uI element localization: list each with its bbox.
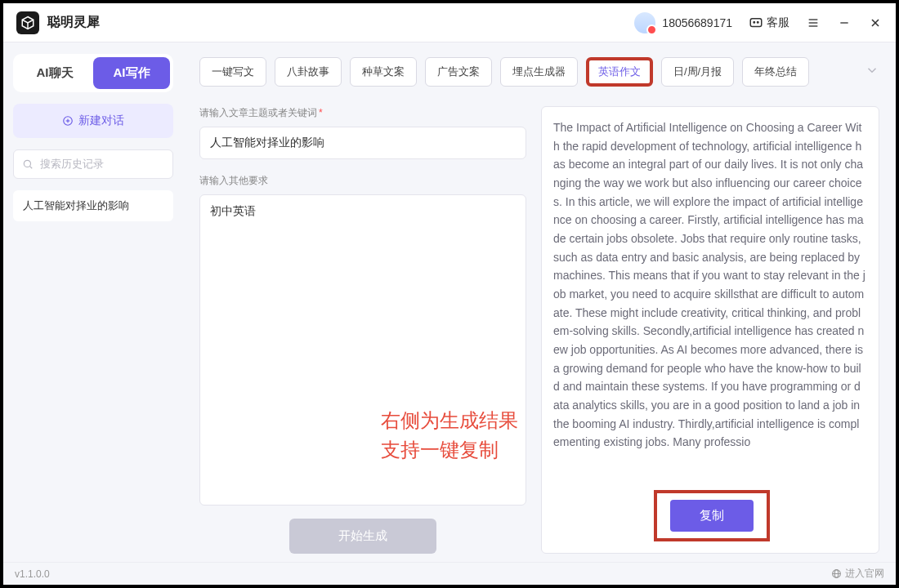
category-expand-button[interactable]	[865, 63, 879, 81]
app-name: 聪明灵犀	[47, 14, 100, 31]
support-label: 客服	[767, 16, 789, 30]
input-column: 请输入文章主题或者关键词* 请输入其他要求 右侧为生成结果 支持一键复制 开始生…	[199, 106, 526, 554]
tab-ai-write[interactable]: AI写作	[93, 57, 170, 89]
new-chat-label: 新建对话	[78, 114, 124, 128]
avatar-icon	[634, 12, 655, 33]
copy-button[interactable]: 复制	[670, 500, 754, 532]
svg-point-4	[758, 21, 759, 23]
copy-highlight: 复制	[654, 490, 770, 541]
mode-tabs: AI聊天 AI写作	[13, 54, 173, 92]
close-button[interactable]	[868, 16, 883, 30]
support-button[interactable]: 客服	[749, 16, 789, 30]
svg-point-14	[24, 160, 30, 167]
category-event-gen[interactable]: 埋点生成器	[500, 57, 578, 87]
result-text[interactable]: The Impact of Artificial Intelligence on…	[553, 118, 870, 479]
svg-line-15	[29, 166, 32, 168]
category-row: 一键写文 八卦故事 种草文案 广告文案 埋点生成器 英语作文 日/周/月报 年终…	[199, 57, 879, 87]
title-bar: 聪明灵犀 18056689171 客服	[3, 3, 896, 42]
category-english-essay[interactable]: 英语作文	[586, 57, 653, 87]
svg-point-3	[754, 21, 755, 23]
generate-button[interactable]: 开始生成	[289, 519, 436, 554]
tab-ai-chat[interactable]: AI聊天	[16, 57, 93, 89]
minimize-button[interactable]	[837, 16, 852, 30]
topic-input[interactable]	[199, 127, 526, 159]
category-onekey-write[interactable]: 一键写文	[199, 57, 266, 87]
history-item[interactable]: 人工智能对择业的影响	[13, 190, 173, 221]
title-left: 聪明灵犀	[16, 11, 100, 34]
new-chat-button[interactable]: 新建对话	[13, 104, 173, 138]
extra-textarea[interactable]	[199, 194, 526, 506]
title-right: 18056689171 客服	[634, 12, 883, 33]
svg-rect-2	[750, 18, 762, 26]
status-bar: v1.1.0.0 进入官网	[3, 562, 896, 585]
topic-label: 请输入文章主题或者关键词*	[199, 106, 526, 120]
category-seed-copy[interactable]: 种草文案	[350, 57, 417, 87]
category-ad-copy[interactable]: 广告文案	[425, 57, 492, 87]
menu-button[interactable]	[806, 16, 821, 30]
result-column: The Impact of Artificial Intelligence on…	[541, 106, 879, 554]
user-phone: 18056689171	[662, 16, 732, 29]
category-gossip-story[interactable]: 八卦故事	[275, 57, 342, 87]
extra-label: 请输入其他要求	[199, 174, 526, 188]
version-label: v1.1.0.0	[15, 568, 50, 580]
globe-icon	[831, 568, 842, 579]
category-report[interactable]: 日/周/月报	[661, 57, 734, 87]
result-box: The Impact of Artificial Intelligence on…	[541, 106, 879, 554]
app-logo	[16, 11, 39, 34]
user-block[interactable]: 18056689171	[634, 12, 732, 33]
search-history-input[interactable]: 搜索历史记录	[13, 149, 173, 179]
official-site-link[interactable]: 进入官网	[831, 567, 884, 581]
category-year-summary[interactable]: 年终总结	[742, 57, 809, 87]
chevron-down-icon	[865, 63, 879, 78]
main-panel: 一键写文 八卦故事 种草文案 广告文案 埋点生成器 英语作文 日/周/月报 年终…	[183, 42, 896, 562]
search-placeholder: 搜索历史记录	[40, 157, 104, 172]
search-icon	[22, 158, 34, 170]
sidebar: AI聊天 AI写作 新建对话 搜索历史记录 人工智能对择业的影响	[3, 42, 183, 562]
